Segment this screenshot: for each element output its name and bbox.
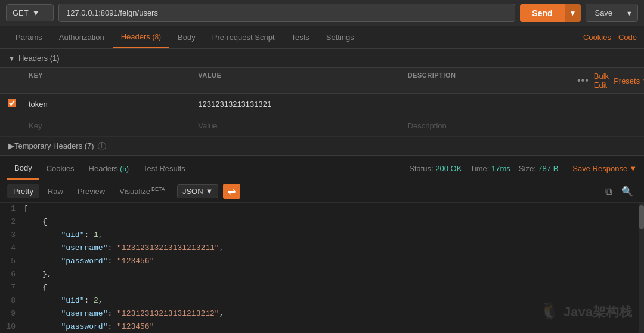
code-line: 2 { xyxy=(0,216,644,229)
code-line: 1 [ xyxy=(0,203,644,216)
col-value: VALUE xyxy=(193,72,402,90)
tab-bar: Params Authorization Headers (8) Body Pr… xyxy=(0,26,644,49)
send-button-group: Send ▼ xyxy=(520,4,581,22)
json-arrow-icon: ▼ xyxy=(206,187,213,196)
code-wrapper: 1 [ 2 { 3 "uid": 1, 4 "username": "12312… xyxy=(0,203,644,333)
send-button[interactable]: Send xyxy=(520,4,564,22)
tab-headers[interactable]: Headers (8) xyxy=(113,26,169,48)
info-icon: i xyxy=(98,142,106,150)
fmt-tab-visualize[interactable]: VisualizeBETA xyxy=(113,184,171,198)
resp-tab-cookies[interactable]: Cookies xyxy=(39,158,82,179)
size-label: Size: 787 B xyxy=(519,164,559,173)
scrollbar-thumb xyxy=(639,205,644,229)
fmt-tab-preview[interactable]: Preview xyxy=(72,184,111,198)
temp-title-label: Temporary Headers (7) xyxy=(14,141,94,150)
section-arrow-icon: ▼ xyxy=(8,55,15,62)
time-value: 17ms xyxy=(491,164,510,173)
save-arrow-button[interactable]: ▼ xyxy=(621,4,637,21)
method-arrow-icon: ▼ xyxy=(32,8,40,17)
save-response-arrow-icon: ▼ xyxy=(629,164,637,173)
top-bar: GET ▼ Send ▼ Save ▼ xyxy=(0,0,644,26)
search-icon[interactable]: 🔍 xyxy=(618,184,637,198)
time-label: Time: 17ms xyxy=(470,164,510,173)
col-desc: DESCRIPTION xyxy=(403,72,572,90)
wrap-icon[interactable]: ⇌ xyxy=(223,184,240,199)
temp-arrow-icon: ▶ xyxy=(8,141,14,150)
code-line: 6 }, xyxy=(0,269,644,282)
headers-section-title[interactable]: ▼ Headers (1) xyxy=(0,49,644,68)
save-button-group: Save ▼ xyxy=(586,4,638,22)
fmt-tab-raw[interactable]: Raw xyxy=(42,184,69,198)
row-checkbox[interactable] xyxy=(8,99,16,107)
format-bar: Pretty Raw Preview VisualizeBETA JSON ▼ … xyxy=(0,180,644,203)
row-value[interactable]: 12312313213131321 xyxy=(193,97,402,111)
code-line: 9 "username": "12312313213131213212", xyxy=(0,308,644,321)
code-line: 8 "uid": 2, xyxy=(0,295,644,308)
placeholder-value[interactable]: Value xyxy=(193,119,402,132)
code-line: 5 "password": "123456" xyxy=(0,255,644,269)
table-placeholder-row: Key Value Description xyxy=(0,115,644,137)
code-line: 10 "password": "123456" xyxy=(0,321,644,333)
cookies-link[interactable]: Cookies xyxy=(583,33,611,42)
table-row: token 12312313213131321 xyxy=(0,94,644,115)
resp-tab-testresults[interactable]: Test Results xyxy=(136,158,193,179)
send-arrow-button[interactable]: ▼ xyxy=(565,4,581,22)
resp-tab-body[interactable]: Body xyxy=(7,158,39,180)
code-line: 4 "username": "12312313213131213211", xyxy=(0,242,644,255)
headers-section: ▼ Headers (1) KEY VALUE DESCRIPTION ••• … xyxy=(0,49,644,137)
tab-actions: Cookies Code xyxy=(583,33,637,42)
tab-params[interactable]: Params xyxy=(7,27,51,48)
presets-button[interactable]: Presets ▼ xyxy=(614,76,644,85)
status-value: 200 OK xyxy=(435,164,462,173)
fmt-tab-pretty[interactable]: Pretty xyxy=(7,184,39,198)
copy-icon[interactable]: ⧉ xyxy=(602,185,615,198)
col-actions: ••• Bulk Edit Presets ▼ xyxy=(572,72,644,90)
dots-icon[interactable]: ••• xyxy=(577,75,589,86)
table-header: KEY VALUE DESCRIPTION ••• Bulk Edit Pres… xyxy=(0,68,644,94)
save-button[interactable]: Save xyxy=(586,4,621,21)
presets-arrow-icon: ▼ xyxy=(642,76,644,85)
tab-body[interactable]: Body xyxy=(169,27,204,48)
response-tab-bar: Body Cookies Headers (5) Test Results St… xyxy=(0,156,644,180)
row-key[interactable]: token xyxy=(24,97,193,111)
row-desc xyxy=(403,102,572,107)
url-input[interactable] xyxy=(58,4,515,22)
section-title-label: Headers (1) xyxy=(18,54,60,63)
json-format-select[interactable]: JSON ▼ xyxy=(177,184,219,198)
resp-tab-headers[interactable]: Headers (5) xyxy=(82,158,136,179)
resp-meta: Status: 200 OK Time: 17ms Size: 787 B Sa… xyxy=(409,164,637,173)
code-view[interactable]: 1 [ 2 { 3 "uid": 1, 4 "username": "12312… xyxy=(0,203,644,333)
code-line: 7 { xyxy=(0,282,644,295)
status-label: Status: 200 OK xyxy=(409,164,462,173)
col-key: KEY xyxy=(24,72,193,90)
placeholder-desc[interactable]: Description xyxy=(403,119,572,132)
scrollbar-track[interactable] xyxy=(639,203,644,333)
tab-tests[interactable]: Tests xyxy=(283,27,318,48)
code-link[interactable]: Code xyxy=(618,33,637,42)
size-value: 787 B xyxy=(538,164,558,173)
tab-settings[interactable]: Settings xyxy=(318,27,363,48)
temp-headers-section[interactable]: ▶ Temporary Headers (7) i xyxy=(0,137,644,156)
method-select[interactable]: GET ▼ xyxy=(6,4,54,21)
save-response-button[interactable]: Save Response ▼ xyxy=(572,164,637,173)
placeholder-key[interactable]: Key xyxy=(24,119,193,132)
tab-prerequest[interactable]: Pre-request Script xyxy=(204,27,283,48)
code-line: 3 "uid": 1, xyxy=(0,229,644,242)
method-label: GET xyxy=(13,8,29,17)
bulk-edit-button[interactable]: Bulk Edit xyxy=(594,72,609,90)
tab-authorization[interactable]: Authorization xyxy=(51,27,113,48)
